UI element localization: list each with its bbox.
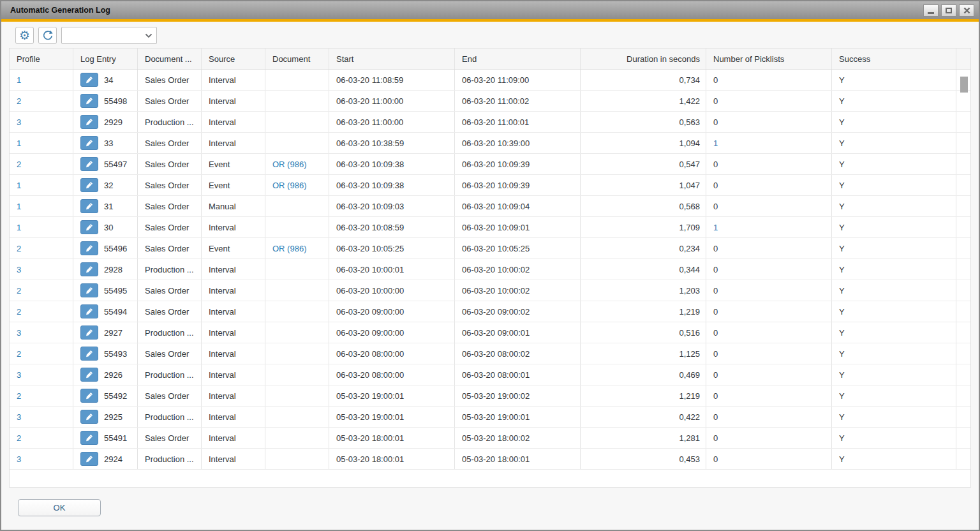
table-row[interactable]: 255492Sales OrderInterval05-03-20 19:00:…: [10, 385, 970, 407]
table-row[interactable]: 255498Sales OrderInterval06-03-20 11:00:…: [10, 91, 970, 112]
profile-link[interactable]: 1: [17, 223, 21, 232]
cell-source: Event: [202, 175, 265, 195]
column-header-success[interactable]: Success: [832, 49, 956, 69]
edit-log-entry-button[interactable]: [80, 325, 98, 340]
column-header-profile[interactable]: Profile: [10, 49, 73, 69]
edit-log-entry-button[interactable]: [80, 431, 98, 445]
picklists-link[interactable]: 1: [713, 223, 718, 232]
edit-log-entry-button[interactable]: [80, 368, 98, 382]
column-header-log_entry[interactable]: Log Entry: [73, 49, 138, 69]
cell-success: Y: [832, 449, 956, 469]
column-header-start[interactable]: Start: [329, 49, 455, 69]
log-entry-number: 2929: [104, 117, 122, 127]
profile-link[interactable]: 2: [17, 433, 21, 443]
table-row[interactable]: 32926Production ...Interval06-03-20 08:0…: [10, 364, 970, 385]
profile-link[interactable]: 1: [17, 181, 21, 190]
column-header-picklists[interactable]: Number of Picklists: [706, 49, 832, 69]
edit-log-entry-button[interactable]: [80, 389, 98, 403]
table-row[interactable]: 131Sales OrderManual06-03-20 10:09:0306-…: [10, 196, 970, 217]
profile-link[interactable]: 2: [17, 96, 21, 106]
profile-link[interactable]: 3: [17, 412, 21, 422]
table-row[interactable]: 133Sales OrderInterval06-03-20 10:38:590…: [10, 133, 970, 154]
cell-filler: [956, 449, 970, 469]
minimize-button[interactable]: [923, 4, 939, 17]
edit-log-entry-button[interactable]: [80, 136, 98, 150]
edit-log-entry-button[interactable]: [80, 304, 98, 318]
table-row[interactable]: 134Sales OrderInterval06-03-20 11:08:590…: [10, 70, 970, 91]
vertical-scrollbar-thumb[interactable]: [960, 77, 968, 93]
table-row[interactable]: 32927Production ...Interval06-03-20 09:0…: [10, 322, 970, 343]
edit-log-entry-button[interactable]: [80, 73, 98, 87]
profile-link[interactable]: 2: [17, 307, 21, 317]
cell-filler: [956, 301, 970, 322]
cell-start: 06-03-20 09:00:00: [329, 301, 455, 322]
column-header-duration[interactable]: Duration in seconds: [581, 49, 706, 69]
table-row[interactable]: 32929Production ...Interval06-03-20 11:0…: [10, 112, 970, 133]
edit-log-entry-button[interactable]: [80, 157, 98, 171]
profile-link[interactable]: 2: [17, 391, 21, 401]
profile-link[interactable]: 2: [17, 349, 21, 359]
column-header-document_type[interactable]: Document ...: [138, 49, 202, 69]
cell-start: 06-03-20 11:08:59: [329, 70, 455, 90]
settings-button[interactable]: ⚙: [15, 27, 34, 44]
column-header-document[interactable]: Document: [265, 49, 329, 69]
edit-log-entry-button[interactable]: [80, 262, 98, 276]
edit-log-entry-button[interactable]: [80, 347, 98, 361]
table-row[interactable]: 255496Sales OrderEventOR (986)06-03-20 1…: [10, 238, 970, 259]
document-link[interactable]: OR (986): [272, 181, 306, 190]
edit-log-entry-button[interactable]: [80, 410, 98, 424]
edit-log-entry-button[interactable]: [80, 178, 98, 192]
edit-log-entry-button[interactable]: [80, 199, 98, 213]
ok-button[interactable]: OK: [18, 499, 101, 516]
column-header-source[interactable]: Source: [202, 49, 265, 69]
profile-link[interactable]: 2: [17, 160, 21, 169]
profile-link[interactable]: 3: [17, 370, 21, 380]
maximize-button[interactable]: [941, 4, 956, 17]
edit-log-entry-button[interactable]: [80, 220, 98, 234]
table-row[interactable]: 255491Sales OrderInterval05-03-20 18:00:…: [10, 428, 970, 449]
cell-filler: [956, 175, 970, 195]
cell-end: 06-03-20 11:00:01: [455, 112, 581, 132]
edit-log-entry-button[interactable]: [80, 452, 98, 466]
profile-link[interactable]: 3: [17, 328, 21, 338]
cell-document: [265, 301, 329, 322]
table-row[interactable]: 255495Sales OrderInterval06-03-20 10:00:…: [10, 280, 970, 301]
column-header-end[interactable]: End: [455, 49, 581, 69]
profile-link[interactable]: 3: [17, 265, 21, 274]
table-row[interactable]: 255497Sales OrderEventOR (986)06-03-20 1…: [10, 154, 970, 175]
cell-document_type: Sales Order: [138, 196, 202, 216]
profile-link[interactable]: 2: [17, 244, 21, 253]
table-row[interactable]: 255493Sales OrderInterval06-03-20 08:00:…: [10, 343, 970, 364]
table-row[interactable]: 32924Production ...Interval05-03-20 18:0…: [10, 449, 970, 470]
close-button[interactable]: [959, 4, 974, 17]
edit-log-entry-button[interactable]: [80, 115, 98, 129]
refresh-button[interactable]: [38, 27, 57, 44]
table-row[interactable]: 32928Production ...Interval06-03-20 10:0…: [10, 259, 970, 280]
profile-link[interactable]: 1: [17, 75, 21, 85]
table-row[interactable]: 132Sales OrderEventOR (986)06-03-20 10:0…: [10, 175, 970, 196]
edit-log-entry-button[interactable]: [80, 94, 98, 108]
title-bar[interactable]: Automatic Generation Log: [1, 1, 979, 19]
profile-link[interactable]: 1: [17, 202, 21, 211]
table-row[interactable]: 130Sales OrderInterval06-03-20 10:08:590…: [10, 217, 970, 238]
profile-link[interactable]: 1: [17, 138, 21, 148]
cell-duration: 1,219: [581, 385, 706, 406]
table-row[interactable]: 255494Sales OrderInterval06-03-20 09:00:…: [10, 301, 970, 322]
profile-link[interactable]: 3: [17, 117, 21, 127]
edit-log-entry-button[interactable]: [80, 283, 98, 297]
cell-log_entry: 33: [73, 133, 138, 153]
document-link[interactable]: OR (986): [272, 244, 306, 253]
log-entry-number: 55496: [104, 244, 127, 253]
table-row[interactable]: 32925Production ...Interval05-03-20 19:0…: [10, 407, 970, 428]
pencil-icon: [85, 391, 94, 400]
cell-start: 05-03-20 18:00:01: [329, 449, 455, 469]
filter-select[interactable]: [61, 27, 157, 44]
log-entry-number: 33: [104, 138, 113, 148]
profile-link[interactable]: 3: [17, 454, 21, 464]
document-link[interactable]: OR (986): [272, 160, 306, 169]
profile-link[interactable]: 2: [17, 286, 21, 295]
edit-log-entry-button[interactable]: [80, 241, 98, 255]
cell-filler: [956, 407, 970, 427]
cell-profile: 1: [10, 175, 73, 195]
picklists-link[interactable]: 1: [713, 138, 718, 148]
